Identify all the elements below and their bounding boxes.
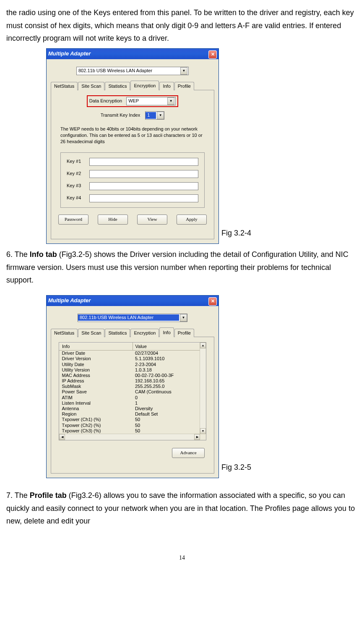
info-cell-key: Listen Interval	[60, 400, 133, 406]
wep-key-group: Key #1 Key #2 Key #3 Key #4	[60, 152, 205, 208]
scroll-right-icon[interactable]: ▶	[194, 434, 200, 440]
tab-info[interactable]: Info	[159, 82, 174, 90]
close-icon: ✕	[211, 298, 215, 304]
info-cell-key: Txpower (Ch3) (%)	[60, 428, 133, 434]
password-button[interactable]: Password	[58, 215, 88, 225]
transmit-key-label: Transmit Key Index	[101, 113, 145, 118]
table-row[interactable]: Listen Interval1	[60, 400, 206, 406]
hide-button[interactable]: Hide	[98, 215, 128, 225]
table-row[interactable]: IP Address192.168.10.65	[60, 378, 206, 384]
scroll-left-icon[interactable]: ◀	[59, 434, 65, 440]
key3-label: Key #3	[67, 183, 89, 188]
chevron-down-icon[interactable]: ▼	[167, 97, 174, 105]
table-row[interactable]: Driver Version5.1.1039.1010	[60, 356, 206, 361]
key3-input[interactable]	[89, 182, 198, 190]
table-row[interactable]: Utility Version1.0.3.18	[60, 367, 206, 373]
info-cell-value: 1.0.3.18	[133, 367, 206, 373]
info-table: Info Value Driver Date02/27/2004Driver V…	[59, 343, 206, 434]
info-cell-key: Power Save	[60, 389, 133, 395]
info-cell-value: CAM (Continuous	[133, 389, 206, 395]
data-encryption-value: WEP	[128, 98, 166, 104]
titlebar[interactable]: Multiple Adapter ✕	[47, 296, 218, 306]
scroll-down-icon[interactable]: ▼	[200, 428, 206, 434]
info-cell-key: ATIM	[60, 395, 133, 400]
data-encryption-combo[interactable]: WEP ▼	[126, 97, 176, 105]
vertical-scrollbar[interactable]: ▲ ▼	[200, 343, 206, 434]
tab-profile[interactable]: Profile	[174, 329, 194, 337]
tab-profile[interactable]: Profile	[174, 82, 194, 90]
info-cell-value: 0	[133, 395, 206, 400]
multiple-adapter-dialog-info: Multiple Adapter ✕ 802.11b USB Wireless …	[46, 295, 219, 478]
info-cell-key: Txpower (Ch2) (%)	[60, 423, 133, 428]
multiple-adapter-dialog-encryption: Multiple Adapter ✕ 802.11b USB Wireless …	[46, 48, 219, 244]
tab-strip: NetStatus Site Scan Statistics Encryptio…	[51, 80, 214, 90]
close-button[interactable]: ✕	[208, 50, 217, 59]
adapter-combo-text: 802.11b USB Wireless LAN Adapter	[78, 314, 179, 321]
tab-netstatus[interactable]: NetStatus	[51, 82, 78, 90]
data-encryption-label: Data Encryption	[89, 98, 126, 104]
table-row[interactable]: Utility Date2-23-2004	[60, 362, 206, 367]
body-paragraph-keys: the radio using one of the Keys entered …	[6, 6, 358, 45]
tab-sitescan[interactable]: Site Scan	[78, 82, 104, 90]
table-row[interactable]: Power SaveCAM (Continuous	[60, 389, 206, 395]
value-col-header[interactable]: Value	[133, 343, 206, 350]
view-button[interactable]: View	[137, 215, 167, 225]
info-cell-key: MAC Address	[60, 373, 133, 378]
info-cell-key: Utility Date	[60, 362, 133, 367]
close-button[interactable]: ✕	[208, 297, 217, 306]
apply-button[interactable]: Apply	[177, 215, 207, 225]
info-cell-value: 50	[133, 417, 206, 422]
info-cell-value: 192.168.10.65	[133, 378, 206, 384]
close-icon: ✕	[211, 52, 215, 57]
data-encryption-highlight: Data Encryption WEP ▼	[87, 95, 178, 107]
tab-encryption[interactable]: Encryption	[130, 329, 159, 337]
info-cell-value: 255.255.255.0	[133, 384, 206, 389]
info-cell-key: Txpower (Ch1) (%)	[60, 417, 133, 422]
chevron-down-icon[interactable]: ▼	[180, 314, 187, 322]
horizontal-scrollbar[interactable]: ◀ ▶	[59, 434, 200, 440]
info-cell-value: Default Set	[133, 411, 206, 417]
key2-label: Key #2	[67, 171, 89, 176]
tab-encryption[interactable]: Encryption	[130, 81, 159, 90]
table-row[interactable]: SubMask255.255.255.0	[60, 384, 206, 389]
table-row[interactable]: Txpower (Ch3) (%)50	[60, 428, 206, 434]
tab-statistics[interactable]: Statistics	[105, 329, 130, 337]
table-row[interactable]: Txpower (Ch2) (%)50	[60, 423, 206, 428]
info-cell-value: Diversity	[133, 406, 206, 411]
page-number: 14	[6, 553, 358, 563]
table-row[interactable]: ATIM0	[60, 395, 206, 400]
tab-info[interactable]: Info	[159, 327, 174, 337]
transmit-key-combo[interactable]: 1 ▼	[145, 111, 164, 120]
tab-sitescan[interactable]: Site Scan	[78, 329, 104, 337]
info-cell-key: Region	[60, 411, 133, 417]
body-paragraph-info: 6. The Info tab (Fig3.2-5) shows the Dri…	[6, 248, 358, 287]
titlebar[interactable]: Multiple Adapter ✕	[47, 49, 218, 59]
info-cell-key: IP Address	[60, 378, 133, 384]
adapter-combo[interactable]: 802.11b USB Wireless LAN Adapter ▼	[76, 67, 189, 75]
figure-caption-325: Fig 3.2-5	[221, 461, 251, 474]
scroll-up-icon[interactable]: ▲	[200, 343, 206, 348]
info-col-header[interactable]: Info	[60, 343, 133, 350]
advance-button[interactable]: Advance	[172, 448, 205, 458]
key1-input[interactable]	[89, 158, 198, 166]
chevron-down-icon[interactable]: ▼	[157, 112, 164, 119]
info-cell-key: Driver Date	[60, 351, 133, 356]
chevron-down-icon[interactable]: ▼	[180, 67, 187, 75]
key4-label: Key #4	[67, 195, 89, 201]
tab-strip: NetStatus Site Scan Statistics Encryptio…	[51, 327, 214, 337]
table-row[interactable]: RegionDefault Set	[60, 411, 206, 417]
table-row[interactable]: Txpower (Ch1) (%)50	[60, 417, 206, 422]
key2-input[interactable]	[89, 170, 198, 178]
table-row[interactable]: Driver Date02/27/2004	[60, 351, 206, 356]
key4-input[interactable]	[89, 194, 198, 202]
tab-netstatus[interactable]: NetStatus	[51, 329, 78, 337]
info-cell-value: 02/27/2004	[133, 351, 206, 356]
info-cell-value: 50	[133, 423, 206, 428]
adapter-combo[interactable]: 802.11b USB Wireless LAN Adapter ▼	[78, 314, 187, 322]
tab-statistics[interactable]: Statistics	[105, 82, 130, 90]
window-title: Multiple Adapter	[48, 50, 91, 57]
table-row[interactable]: MAC Address00-02-72-00-00-3F	[60, 373, 206, 378]
table-row[interactable]: AntennaDiversity	[60, 406, 206, 411]
info-cell-key: SubMask	[60, 384, 133, 389]
info-cell-value: 5.1.1039.1010	[133, 356, 206, 361]
